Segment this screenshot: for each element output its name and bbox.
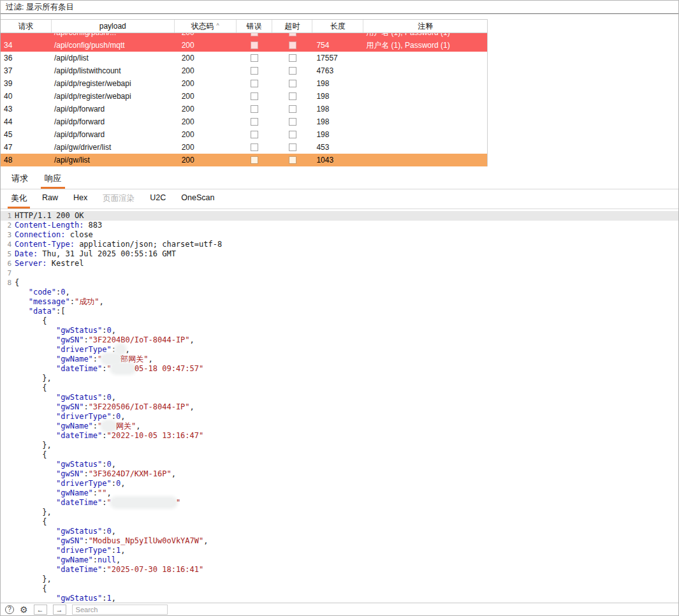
cell-comment [363,103,487,115]
timeout-checkbox[interactable] [289,131,296,138]
timeout-checkbox[interactable] [289,143,296,151]
cell-length: 198 [312,77,363,90]
timeout-checkbox[interactable] [289,118,296,126]
error-checkbox[interactable] [251,118,258,126]
code-line: 8{ [1,278,678,288]
code-text: Content-Type: application/json; charset=… [15,240,222,249]
error-checkbox[interactable] [251,131,258,138]
line-number [1,431,15,441]
column-header-payload[interactable]: payload [52,20,175,33]
error-checkbox[interactable] [251,80,258,87]
error-checkbox[interactable] [251,41,258,49]
timeout-checkbox[interactable] [289,54,296,62]
filter-bar[interactable]: 过滤: 显示所有条目 [1,1,678,14]
column-header-status[interactable]: 状态码 ^ [175,20,237,33]
cell-length: 17557 [312,52,363,64]
error-checkbox[interactable] [251,67,258,75]
code-text: { [15,517,47,527]
search-prev-button[interactable]: ← [34,605,47,615]
table-row[interactable]: 43/api/dp/forward200198 [1,103,487,115]
table-row[interactable]: 37/api/dp/listwithcount2004763 [1,64,487,77]
code-line: "gwName":" 部网关", [1,355,678,364]
code-text: }, [15,508,52,517]
timeout-checkbox[interactable] [289,41,296,49]
table-row[interactable]: 39/api/dp/register/webapi200198 [1,77,487,90]
column-header-request[interactable]: 请求 [1,20,52,33]
cell-request-id: 34 [1,39,52,52]
column-header-comment[interactable]: 注释 [363,20,487,33]
timeout-checkbox[interactable] [289,105,296,113]
panel-tabs: 请求响应 [1,169,678,189]
settings-gear-icon[interactable]: ⚙ [20,605,28,614]
timeout-checkbox[interactable] [289,67,296,75]
cell-request-id: 47 [1,141,52,154]
cell-payload: /api/dp/forward [52,103,175,115]
timeout-checkbox[interactable] [289,156,296,164]
cell-comment [363,90,487,103]
tab-pretty[interactable]: 美化 [3,189,34,209]
table-row[interactable]: 40/api/dp/register/webapi200198 [1,90,487,103]
code-line: "gwStatus":0, [1,326,678,335]
checkbox-cell [272,33,312,39]
error-checkbox[interactable] [251,54,258,62]
tab-request[interactable]: 请求 [3,169,36,189]
code-line: 6Server: Kestrel [1,259,678,268]
response-editor[interactable]: 1HTTP/1.1 200 OK2Content-Length: 8833Con… [1,209,678,603]
checkbox-cell [237,33,273,39]
table-row[interactable]: 45/api/dp/forward200198 [1,128,487,141]
tab-u2c[interactable]: U2C [142,189,173,209]
code-line: "dateTime":" " [1,498,678,508]
column-header-length[interactable]: 长度 [312,20,363,33]
code-text: "gwName":null, [15,555,120,565]
redacted-blur [112,498,176,507]
timeout-checkbox[interactable] [289,80,296,87]
line-number: 3 [1,230,15,240]
cell-payload: /api/dp/register/webapi [52,77,175,90]
code-line: }, [1,374,678,383]
code-line: "gwName":"", [1,488,678,498]
search-next-button[interactable]: → [53,605,66,615]
error-checkbox[interactable] [251,105,258,113]
cell-request-id: 43 [1,103,52,115]
line-number [1,555,15,565]
code-text: }, [15,441,52,450]
table-row[interactable]: /api/config/push/...200用户名 (1), Password… [1,33,487,39]
code-line: }, [1,441,678,450]
checkbox-cell [272,115,312,128]
table-row[interactable]: 44/api/dp/forward200198 [1,115,487,128]
table-row[interactable]: 48/api/gw/list2001043 [1,154,487,166]
search-input[interactable] [72,605,168,615]
table-row[interactable]: 34/api/config/push/mqtt200754用户名 (1), Pa… [1,39,487,52]
line-number [1,594,15,603]
tab-onescan[interactable]: OneScan [173,189,222,209]
error-checkbox[interactable] [251,92,258,100]
tab-response[interactable]: 响应 [36,169,69,189]
error-checkbox[interactable] [251,143,258,151]
error-checkbox[interactable] [251,156,258,164]
line-number: 6 [1,259,15,268]
line-number [1,326,15,335]
redacted-blur [102,355,120,363]
timeout-checkbox[interactable] [289,33,296,36]
code-text: "gwName":" 网关", [15,422,140,431]
cell-status-code: 200 [175,90,237,103]
cell-length [312,33,363,39]
code-line: "gwSN":"Modbus_Np5yIlUw0oVkYA7W", [1,536,678,546]
code-text: { [15,584,47,594]
error-checkbox[interactable] [251,33,258,36]
cell-comment [363,77,487,90]
checkbox-cell [272,77,312,90]
code-text: "data":[ [15,307,66,316]
column-header-status-label: 状态码 [191,21,214,32]
tab-hex[interactable]: Hex [66,189,95,209]
table-row[interactable]: 47/api/gw/driver/list200453 [1,141,487,154]
code-text: "gwName":" 部网关", [15,355,153,364]
code-line: "gwStatus":0, [1,527,678,536]
code-text: "gwStatus":0, [15,527,116,536]
tab-raw[interactable]: Raw [34,189,66,209]
timeout-checkbox[interactable] [289,92,296,100]
column-header-error[interactable]: 错误 [237,20,273,33]
column-header-timeout[interactable]: 超时 [272,20,312,33]
help-icon[interactable]: ? [5,605,14,614]
table-row[interactable]: 36/api/dp/list20017557 [1,52,487,64]
